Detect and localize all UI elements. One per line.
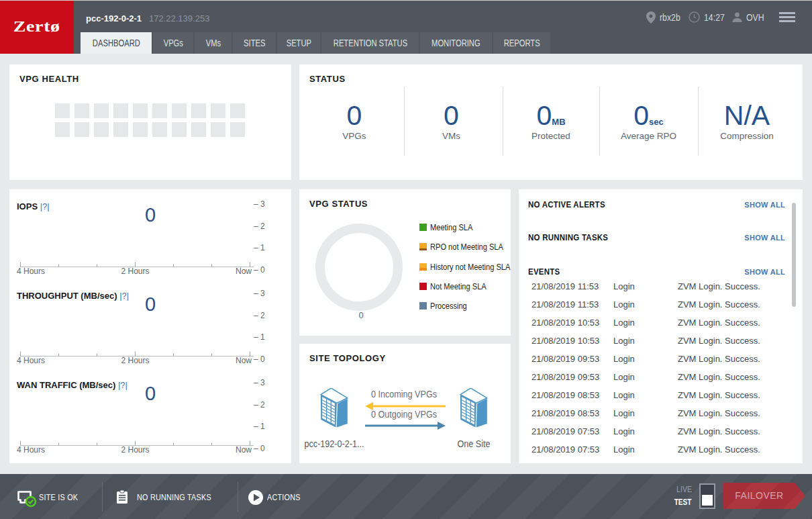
svg-text:– 0: – 0	[254, 265, 265, 275]
svg-text:Now: Now	[236, 356, 252, 365]
svg-text:4 Hours: 4 Hours	[17, 356, 45, 365]
svg-text:– 2: – 2	[254, 400, 265, 410]
svg-text:– 0: – 0	[254, 355, 265, 364]
svg-text:2 Hours: 2 Hours	[121, 267, 149, 276]
svg-text:– 2: – 2	[254, 222, 265, 231]
svg-text:2 Hours: 2 Hours	[121, 445, 149, 455]
svg-text:– 1: – 1	[254, 243, 265, 252]
svg-text:– 1: – 1	[254, 332, 265, 342]
svg-text:– 3: – 3	[254, 289, 265, 298]
svg-text:– 3: – 3	[254, 378, 265, 387]
svg-text:2 Hours: 2 Hours	[121, 356, 149, 365]
svg-text:– 3: – 3	[254, 199, 265, 209]
svg-text:4 Hours: 4 Hours	[17, 445, 45, 455]
svg-text:Now: Now	[236, 267, 252, 276]
svg-text:4 Hours: 4 Hours	[17, 267, 45, 276]
svg-text:– 1: – 1	[254, 422, 265, 431]
svg-text:Now: Now	[236, 445, 252, 455]
svg-text:– 2: – 2	[254, 311, 265, 320]
svg-text:– 0: – 0	[254, 444, 265, 453]
